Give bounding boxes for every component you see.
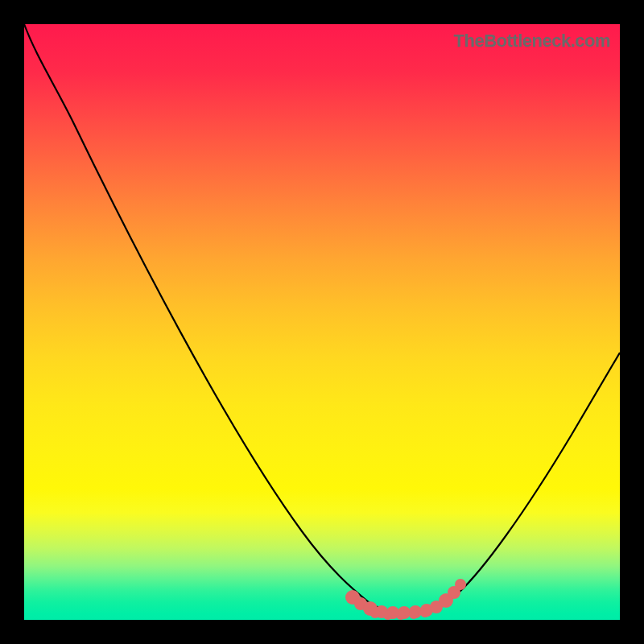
chart-frame: TheBottleneck.com — [0, 0, 644, 644]
svg-point-14 — [396, 610, 406, 620]
optimum-band — [345, 579, 466, 620]
svg-point-16 — [420, 608, 430, 617]
svg-point-15 — [409, 609, 419, 619]
plot-area: TheBottleneck.com — [24, 24, 620, 620]
svg-point-13 — [383, 610, 393, 620]
svg-point-11 — [455, 579, 466, 590]
curve-layer — [24, 24, 620, 620]
svg-point-12 — [370, 609, 380, 618]
bottleneck-curve — [24, 24, 620, 612]
